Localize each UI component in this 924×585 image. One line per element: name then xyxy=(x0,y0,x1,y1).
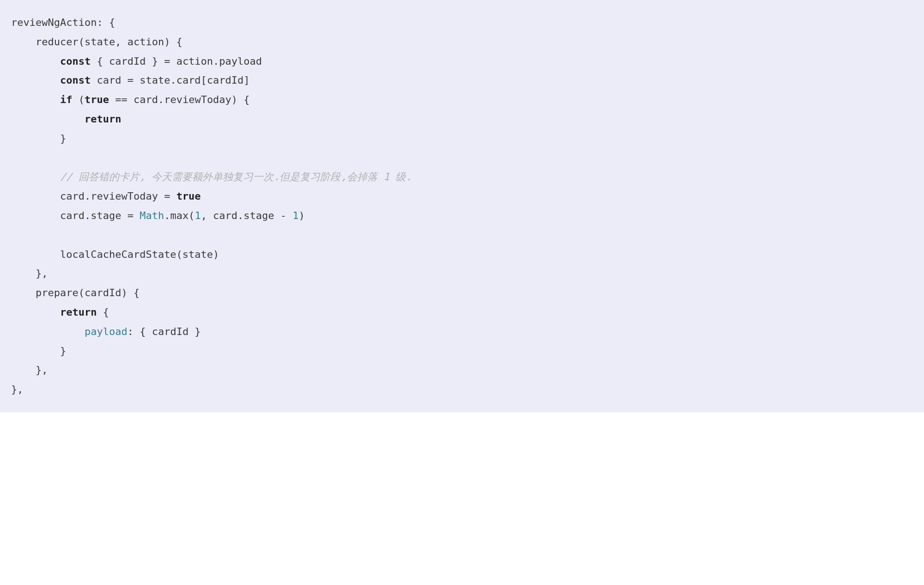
indent xyxy=(11,171,60,183)
code-line-7: } xyxy=(11,133,66,144)
indent xyxy=(11,113,85,125)
code-line-19: }, xyxy=(11,364,48,376)
code-line-2: reducer(state, action) { xyxy=(11,36,182,48)
number-literal: 1 xyxy=(195,210,201,221)
indent xyxy=(11,94,60,105)
indent xyxy=(11,326,85,337)
code-text: card.stage = xyxy=(11,210,140,221)
code-text: , card.stage - xyxy=(201,210,293,221)
code-line-4: const card = state.card[cardId] xyxy=(11,74,250,86)
code-block: reviewNgAction: { reducer(state, action)… xyxy=(0,0,924,412)
code-line-9: // 回答错的卡片, 今天需要额外单独复习一次.但是复习阶段,会掉落 1 级. xyxy=(11,171,412,183)
code-text: card.reviewToday = xyxy=(11,190,176,202)
code-comment: // 回答错的卡片, 今天需要额外单独复习一次.但是复习阶段,会掉落 1 级. xyxy=(60,171,412,183)
code-text: { xyxy=(97,306,109,318)
indent xyxy=(11,55,60,67)
indent xyxy=(11,74,60,86)
code-line-13: localCacheCardState(state) xyxy=(11,249,219,260)
keyword-true: true xyxy=(176,190,201,202)
code-text: ( xyxy=(72,94,85,105)
indent xyxy=(11,306,60,318)
code-text: .max( xyxy=(164,210,195,221)
code-line-3: const { cardId } = action.payload xyxy=(11,55,262,67)
keyword-return: return xyxy=(85,113,121,125)
attr-payload: payload xyxy=(85,326,128,337)
code-text: : { cardId } xyxy=(128,326,201,337)
class-math: Math xyxy=(140,210,164,221)
keyword-const: const xyxy=(60,74,91,86)
code-line-14: }, xyxy=(11,268,48,279)
code-line-18: } xyxy=(11,345,66,357)
keyword-return: return xyxy=(60,306,97,318)
code-line-6: return xyxy=(11,113,121,125)
number-literal: 1 xyxy=(292,210,298,221)
keyword-true: true xyxy=(85,94,109,105)
code-text: == card.reviewToday) { xyxy=(109,94,250,105)
code-text: ) xyxy=(299,210,305,221)
code-line-10: card.reviewToday = true xyxy=(11,190,201,202)
code-line-17: payload: { cardId } xyxy=(11,326,201,337)
code-line-1: reviewNgAction: { xyxy=(11,17,115,28)
code-line-11: card.stage = Math.max(1, card.stage - 1) xyxy=(11,210,305,221)
keyword-const: const xyxy=(60,55,91,67)
code-text: card = state.card[cardId] xyxy=(91,74,249,86)
keyword-if: if xyxy=(60,94,73,105)
code-line-5: if (true == card.reviewToday) { xyxy=(11,94,250,105)
code-text: { cardId } = action.payload xyxy=(91,55,262,67)
code-line-15: prepare(cardId) { xyxy=(11,287,140,299)
code-line-20: }, xyxy=(11,384,24,395)
code-line-16: return { xyxy=(11,306,109,318)
